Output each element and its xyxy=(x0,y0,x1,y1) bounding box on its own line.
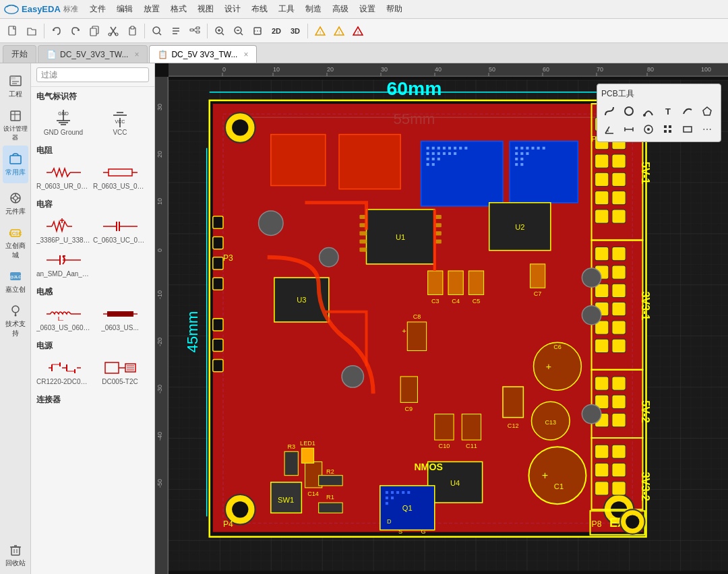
tab-close-2[interactable]: × xyxy=(243,50,248,59)
sym-ind2[interactable]: _0603_US... xyxy=(93,302,147,333)
svg-rect-9 xyxy=(131,26,134,29)
sidebar-filter xyxy=(31,63,154,87)
menu-item-format[interactable]: 格式 xyxy=(166,2,191,16)
section-title-inductor: 电感 xyxy=(31,282,154,300)
svg-text:C8: C8 xyxy=(413,313,421,320)
sym-cap1[interactable]: C_0603_UC_0603_EU xyxy=(93,215,147,246)
angle-tool[interactable] xyxy=(601,121,617,137)
sym-pot[interactable]: _3386P_U_3386P_E xyxy=(36,215,90,246)
menu-item-help[interactable]: 帮助 xyxy=(382,2,407,16)
fit-button[interactable] xyxy=(249,22,266,40)
svg-rect-288 xyxy=(386,502,388,505)
sym-cap2[interactable]: an_SMD_Aan_SMD_A xyxy=(36,249,90,280)
sidebar-icon-design[interactable]: 设计管理器 xyxy=(3,106,28,144)
via-tool[interactable] xyxy=(640,121,657,137)
more-tool[interactable]: ⋯ xyxy=(699,121,715,137)
sidebar-icon-support[interactable]: 技术支持 xyxy=(3,302,28,340)
section-title-cap: 电容 xyxy=(31,195,154,212)
arc-tool[interactable] xyxy=(640,103,657,119)
search-button[interactable] xyxy=(148,22,166,40)
sidebar-icon-project[interactable]: 工程 xyxy=(3,67,28,105)
svg-rect-207 xyxy=(612,247,626,261)
warn-btn-3[interactable]: ! xyxy=(349,22,367,40)
sym-vcc[interactable]: VCC VCC xyxy=(93,107,147,138)
tab-start[interactable]: 开始 xyxy=(3,45,36,63)
svg-text:!: ! xyxy=(338,30,340,36)
svg-rect-91 xyxy=(107,311,133,317)
menu-item-place[interactable]: 放置 xyxy=(139,2,164,16)
text-tool[interactable]: T xyxy=(660,103,676,119)
menu-item-advanced[interactable]: 高级 xyxy=(328,2,353,16)
open-button[interactable] xyxy=(23,22,40,40)
annotate-button[interactable] xyxy=(167,22,185,40)
route-tool[interactable] xyxy=(601,103,617,119)
svg-text:LCSC: LCSC xyxy=(9,231,22,236)
sym-res1[interactable]: R_0603_UR_0603_EU xyxy=(36,161,90,192)
logo-text: EasyEDA xyxy=(22,4,61,14)
sym-gnd[interactable]: GND GND Ground xyxy=(36,107,90,138)
3d-button[interactable]: 3D xyxy=(286,22,304,40)
cut-button[interactable] xyxy=(104,22,122,40)
svg-line-19 xyxy=(193,30,196,32)
warn-btn-1[interactable]: ! xyxy=(311,22,329,40)
2d-button[interactable]: 2D xyxy=(268,22,285,40)
svg-rect-163 xyxy=(448,147,451,150)
sidebar-icon-components[interactable]: 元件库 xyxy=(3,185,28,222)
copy-button[interactable] xyxy=(86,22,103,40)
svg-text:C12: C12 xyxy=(508,422,519,429)
svg-text:VCC: VCC xyxy=(115,119,125,124)
sym-ind1[interactable]: _0603_US_0603_EU xyxy=(36,302,90,333)
svg-rect-187 xyxy=(526,152,528,155)
undo-button[interactable] xyxy=(48,22,65,40)
sidebar-icon-trash[interactable]: 回收站 xyxy=(3,536,28,574)
pcb-canvas[interactable]: 0 10 20 30 40 50 60 70 80 100 xyxy=(155,63,728,574)
sym-res2[interactable]: R_0603_US_0603_EU xyxy=(93,161,147,192)
svg-point-305 xyxy=(582,306,601,325)
curve-tool[interactable] xyxy=(679,103,696,119)
menu-item-route[interactable]: 布线 xyxy=(247,2,272,16)
svg-text:+: + xyxy=(542,469,548,481)
edition-text: 标准 xyxy=(63,4,78,14)
tab-dc5v2[interactable]: 📋 DC_5V 3V3_TW... × xyxy=(149,45,257,63)
svg-rect-294 xyxy=(213,216,223,228)
sym-power1[interactable]: CR1220-2DC005-T2C xyxy=(36,356,90,387)
svg-point-153 xyxy=(232,501,248,517)
svg-rect-203 xyxy=(595,210,609,223)
tab-dc5v1[interactable]: 📄 DC_5V_3V3_TW... × xyxy=(38,45,148,63)
circle-tool[interactable] xyxy=(621,103,637,119)
menu-item-design[interactable]: 设计 xyxy=(220,2,245,16)
svg-rect-281 xyxy=(386,491,388,494)
warn-btn-2[interactable]: ! xyxy=(330,22,348,40)
tab-close-1[interactable]: × xyxy=(134,50,139,59)
menu-item-tools[interactable]: 工具 xyxy=(274,2,299,16)
tab-dc5v1-icon: 📄 xyxy=(47,50,57,59)
sidebar-icon-lcsc[interactable]: LCSC 立创商城 xyxy=(3,224,28,261)
rect-tool[interactable] xyxy=(679,121,696,137)
filter-input[interactable] xyxy=(36,67,149,82)
pad-array-tool[interactable] xyxy=(660,121,676,137)
redo-button[interactable] xyxy=(67,22,84,40)
svg-rect-240 xyxy=(359,248,366,252)
menu-item-settings[interactable]: 设置 xyxy=(355,2,380,16)
menu-item-file[interactable]: 文件 xyxy=(85,2,111,16)
paste-button[interactable] xyxy=(123,22,141,40)
section-title-electrical: 电气标识符 xyxy=(31,87,154,104)
zoom-in-button[interactable] xyxy=(211,22,229,40)
measure-tool[interactable] xyxy=(621,121,637,137)
menu-item-view[interactable]: 视图 xyxy=(193,2,218,16)
menu-item-manufacture[interactable]: 制造 xyxy=(301,2,326,16)
poly-tool[interactable] xyxy=(699,103,715,119)
zoom-out-button[interactable] xyxy=(230,22,247,40)
svg-point-55 xyxy=(14,314,16,316)
sym-power2[interactable]: DC005-T2C xyxy=(93,356,147,387)
tabbar: 开始 📄 DC_5V_3V3_TW... × 📋 DC_5V 3V3_TW...… xyxy=(0,43,728,63)
svg-rect-216 xyxy=(595,339,609,352)
app-logo[interactable]: EasyEDA 标准 xyxy=(4,2,78,17)
new-button[interactable] xyxy=(4,22,22,40)
menu-item-edit[interactable]: 编辑 xyxy=(112,2,138,16)
svg-point-273 xyxy=(528,447,586,504)
label-r2: R2 xyxy=(326,468,334,475)
netlist-button[interactable] xyxy=(186,22,204,40)
sidebar-icon-jlc[interactable]: @JLC 嘉立创 xyxy=(3,263,28,300)
sidebar-icon-library[interactable]: 常用库 xyxy=(3,146,28,183)
